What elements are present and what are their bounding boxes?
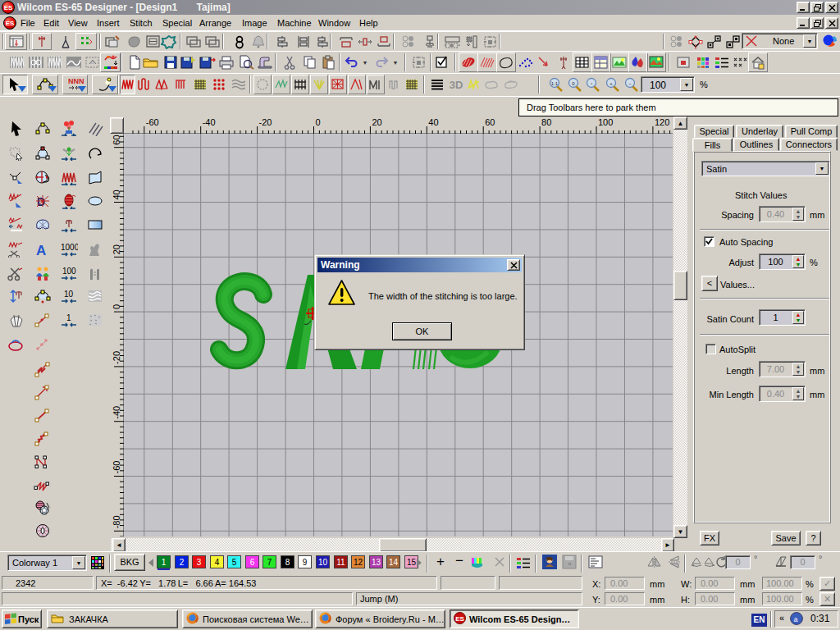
svg-text:-60: -60 <box>146 117 159 127</box>
svg-text:-60: -60 <box>112 461 121 474</box>
svg-text:1: 1 <box>66 313 71 322</box>
svg-text:-80: -80 <box>112 515 121 528</box>
svg-text:+: + <box>609 81 613 86</box>
svg-text:120: 120 <box>655 117 669 127</box>
svg-text:1:1: 1:1 <box>551 81 559 86</box>
svg-text:10: 10 <box>64 290 74 299</box>
svg-text:0: 0 <box>112 304 121 309</box>
svg-text:60: 60 <box>485 117 495 127</box>
svg-text:40: 40 <box>112 189 121 199</box>
svg-text:100: 100 <box>598 117 613 127</box>
svg-text:20: 20 <box>372 117 381 127</box>
svg-text:ES: ES <box>455 615 464 623</box>
svg-text:NNN: NNN <box>68 77 84 85</box>
svg-text:40: 40 <box>428 117 438 127</box>
svg-text:−: − <box>628 81 632 86</box>
svg-text:0: 0 <box>316 117 321 127</box>
svg-text:A: A <box>36 243 46 258</box>
svg-text:-40: -40 <box>203 117 216 127</box>
svg-text:▫: ▫ <box>591 81 592 86</box>
svg-text:60: 60 <box>112 135 121 144</box>
svg-text:80: 80 <box>541 117 551 127</box>
svg-text:-20: -20 <box>259 117 272 127</box>
svg-text:100: 100 <box>62 267 76 276</box>
svg-text:-20: -20 <box>112 351 121 364</box>
svg-text:1000: 1000 <box>61 243 78 252</box>
svg-text:-40: -40 <box>112 406 121 419</box>
svg-text:20: 20 <box>112 244 121 254</box>
